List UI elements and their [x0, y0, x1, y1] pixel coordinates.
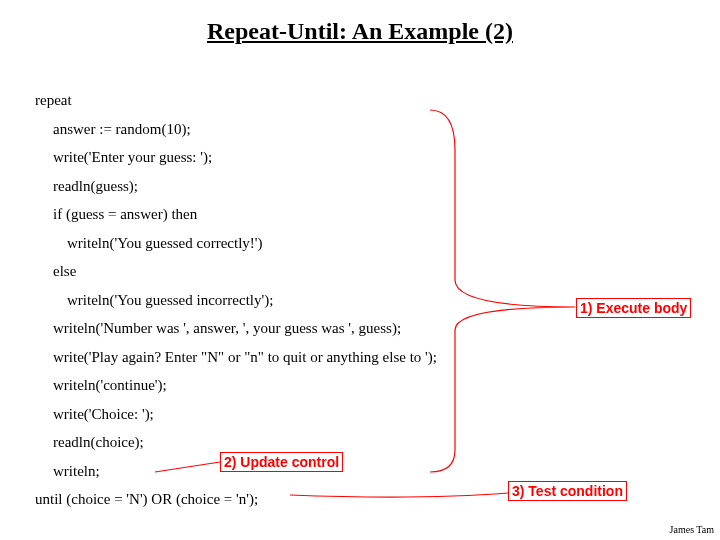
code-line: readln(guess); — [35, 172, 437, 201]
callout-execute-body: 1) Execute body — [576, 298, 691, 318]
code-line: write('Choice: '); — [35, 400, 437, 429]
code-block: repeat answer := random(10); write('Ente… — [35, 86, 437, 514]
code-line: writeln('continue'); — [35, 371, 437, 400]
code-line: write('Play again? Enter "N" or "n" to q… — [35, 343, 437, 372]
code-line: answer := random(10); — [35, 115, 437, 144]
footer-author: James Tam — [670, 524, 714, 535]
code-line: writeln('You guessed correctly!') — [35, 229, 437, 258]
code-line: else — [35, 257, 437, 286]
code-line: if (guess = answer) then — [35, 200, 437, 229]
code-line: writeln('Number was ', answer, ', your g… — [35, 314, 437, 343]
code-line: write('Enter your guess: '); — [35, 143, 437, 172]
code-line: writeln('You guessed incorrectly'); — [35, 286, 437, 315]
page-title: Repeat-Until: An Example (2) — [0, 18, 720, 45]
code-line: until (choice = 'N') OR (choice = 'n'); — [35, 485, 437, 514]
callout-update-control: 2) Update control — [220, 452, 343, 472]
code-line: repeat — [35, 86, 437, 115]
callout-test-condition: 3) Test condition — [508, 481, 627, 501]
